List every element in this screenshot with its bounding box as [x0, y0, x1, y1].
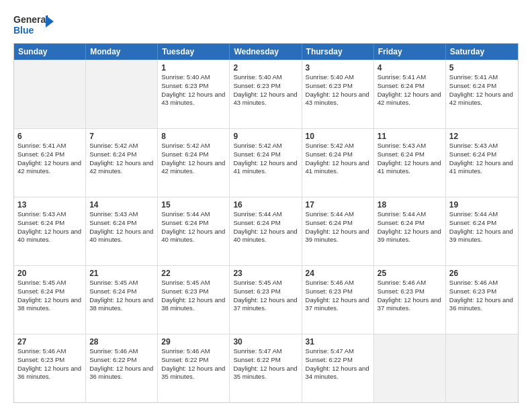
cal-cell-21: 21Sunrise: 5:45 AMSunset: 6:24 PMDayligh… [86, 266, 158, 334]
cal-cell-13: 13Sunrise: 5:43 AMSunset: 6:24 PMDayligh… [14, 197, 86, 265]
header-day-friday: Friday [374, 44, 446, 60]
logo: General Blue [13, 12, 54, 40]
day-number: 20 [17, 269, 82, 278]
week-row-5: 27Sunrise: 5:46 AMSunset: 6:23 PMDayligh… [14, 334, 518, 402]
cell-details: Sunrise: 5:42 AMSunset: 6:24 PMDaylight:… [306, 142, 370, 176]
cal-cell-10: 10Sunrise: 5:42 AMSunset: 6:24 PMDayligh… [302, 129, 374, 197]
cal-cell-29: 29Sunrise: 5:46 AMSunset: 6:22 PMDayligh… [158, 334, 230, 402]
cell-details: Sunrise: 5:44 AMSunset: 6:24 PMDaylight:… [233, 210, 298, 244]
day-number: 24 [306, 269, 370, 278]
cal-cell-16: 16Sunrise: 5:44 AMSunset: 6:24 PMDayligh… [230, 197, 302, 265]
day-number: 31 [306, 337, 370, 347]
cal-cell-empty [446, 334, 518, 402]
header-day-wednesday: Wednesday [230, 44, 302, 60]
day-number: 11 [378, 132, 442, 141]
cell-details: Sunrise: 5:42 AMSunset: 6:24 PMDaylight:… [89, 142, 154, 176]
cal-cell-28: 28Sunrise: 5:46 AMSunset: 6:22 PMDayligh… [86, 334, 158, 402]
cal-cell-empty [14, 60, 86, 128]
cell-details: Sunrise: 5:45 AMSunset: 6:24 PMDaylight:… [89, 279, 154, 313]
day-number: 5 [449, 63, 515, 73]
cal-cell-4: 4Sunrise: 5:41 AMSunset: 6:24 PMDaylight… [374, 60, 446, 128]
week-row-1: 1Sunrise: 5:40 AMSunset: 6:23 PMDaylight… [14, 60, 518, 128]
cal-cell-9: 9Sunrise: 5:42 AMSunset: 6:24 PMDaylight… [230, 129, 302, 197]
cell-details: Sunrise: 5:43 AMSunset: 6:24 PMDaylight:… [89, 210, 154, 244]
cal-cell-20: 20Sunrise: 5:45 AMSunset: 6:24 PMDayligh… [14, 266, 86, 334]
cell-details: Sunrise: 5:46 AMSunset: 6:22 PMDaylight:… [89, 347, 154, 381]
svg-text:Blue: Blue [13, 25, 34, 36]
cell-details: Sunrise: 5:41 AMSunset: 6:24 PMDaylight:… [17, 142, 82, 176]
cal-cell-27: 27Sunrise: 5:46 AMSunset: 6:23 PMDayligh… [14, 334, 86, 402]
cal-cell-24: 24Sunrise: 5:46 AMSunset: 6:23 PMDayligh… [302, 266, 374, 334]
calendar: SundayMondayTuesdayWednesdayThursdayFrid… [13, 43, 519, 403]
svg-marker-2 [46, 15, 54, 28]
week-row-3: 13Sunrise: 5:43 AMSunset: 6:24 PMDayligh… [14, 197, 518, 265]
cell-details: Sunrise: 5:42 AMSunset: 6:24 PMDaylight:… [161, 142, 226, 176]
calendar-body: 1Sunrise: 5:40 AMSunset: 6:23 PMDaylight… [14, 60, 518, 402]
cell-details: Sunrise: 5:40 AMSunset: 6:23 PMDaylight:… [233, 73, 298, 107]
cal-cell-7: 7Sunrise: 5:42 AMSunset: 6:24 PMDaylight… [86, 129, 158, 197]
cal-cell-19: 19Sunrise: 5:44 AMSunset: 6:24 PMDayligh… [446, 197, 518, 265]
header-day-tuesday: Tuesday [158, 44, 230, 60]
cal-cell-18: 18Sunrise: 5:44 AMSunset: 6:24 PMDayligh… [374, 197, 446, 265]
day-number: 4 [378, 63, 442, 73]
day-number: 30 [233, 337, 298, 347]
day-number: 3 [306, 63, 370, 73]
cal-cell-31: 31Sunrise: 5:47 AMSunset: 6:22 PMDayligh… [302, 334, 374, 402]
cal-cell-6: 6Sunrise: 5:41 AMSunset: 6:24 PMDaylight… [14, 129, 86, 197]
day-number: 8 [161, 132, 226, 141]
cell-details: Sunrise: 5:46 AMSunset: 6:23 PMDaylight:… [449, 279, 515, 313]
day-number: 28 [89, 337, 154, 347]
day-number: 2 [233, 63, 298, 73]
day-number: 17 [306, 200, 370, 210]
cal-cell-8: 8Sunrise: 5:42 AMSunset: 6:24 PMDaylight… [158, 129, 230, 197]
cell-details: Sunrise: 5:44 AMSunset: 6:24 PMDaylight:… [449, 210, 515, 244]
cell-details: Sunrise: 5:41 AMSunset: 6:24 PMDaylight:… [378, 73, 442, 107]
cell-details: Sunrise: 5:46 AMSunset: 6:23 PMDaylight:… [17, 347, 82, 381]
logo-svg: General Blue [13, 12, 54, 40]
header-day-sunday: Sunday [14, 44, 86, 60]
day-number: 9 [233, 132, 298, 141]
cell-details: Sunrise: 5:45 AMSunset: 6:24 PMDaylight:… [17, 279, 82, 313]
cell-details: Sunrise: 5:44 AMSunset: 6:24 PMDaylight:… [378, 210, 442, 244]
cal-cell-17: 17Sunrise: 5:44 AMSunset: 6:24 PMDayligh… [302, 197, 374, 265]
svg-text:General: General [13, 14, 48, 25]
header-day-thursday: Thursday [302, 44, 374, 60]
day-number: 21 [89, 269, 154, 278]
cal-cell-1: 1Sunrise: 5:40 AMSunset: 6:23 PMDaylight… [158, 60, 230, 128]
cal-cell-22: 22Sunrise: 5:45 AMSunset: 6:23 PMDayligh… [158, 266, 230, 334]
day-number: 14 [89, 200, 154, 210]
cell-details: Sunrise: 5:41 AMSunset: 6:24 PMDaylight:… [449, 73, 515, 107]
day-number: 13 [17, 200, 82, 210]
day-number: 23 [233, 269, 298, 278]
day-number: 6 [17, 132, 82, 141]
cal-cell-26: 26Sunrise: 5:46 AMSunset: 6:23 PMDayligh… [446, 266, 518, 334]
day-number: 18 [378, 200, 442, 210]
day-number: 12 [449, 132, 515, 141]
cal-cell-empty [86, 60, 158, 128]
cell-details: Sunrise: 5:43 AMSunset: 6:24 PMDaylight:… [17, 210, 82, 244]
day-number: 29 [161, 337, 226, 347]
cell-details: Sunrise: 5:40 AMSunset: 6:23 PMDaylight:… [161, 73, 226, 107]
cell-details: Sunrise: 5:47 AMSunset: 6:22 PMDaylight:… [233, 347, 298, 381]
cal-cell-2: 2Sunrise: 5:40 AMSunset: 6:23 PMDaylight… [230, 60, 302, 128]
day-number: 1 [161, 63, 226, 73]
cal-cell-11: 11Sunrise: 5:43 AMSunset: 6:24 PMDayligh… [374, 129, 446, 197]
cal-cell-23: 23Sunrise: 5:45 AMSunset: 6:23 PMDayligh… [230, 266, 302, 334]
cell-details: Sunrise: 5:46 AMSunset: 6:22 PMDaylight:… [161, 347, 226, 381]
day-number: 19 [449, 200, 515, 210]
day-number: 16 [233, 200, 298, 210]
week-row-4: 20Sunrise: 5:45 AMSunset: 6:24 PMDayligh… [14, 265, 518, 334]
day-number: 7 [89, 132, 154, 141]
cell-details: Sunrise: 5:44 AMSunset: 6:24 PMDaylight:… [306, 210, 370, 244]
cal-cell-25: 25Sunrise: 5:46 AMSunset: 6:23 PMDayligh… [374, 266, 446, 334]
cal-cell-15: 15Sunrise: 5:44 AMSunset: 6:24 PMDayligh… [158, 197, 230, 265]
cell-details: Sunrise: 5:43 AMSunset: 6:24 PMDaylight:… [449, 142, 515, 176]
cal-cell-30: 30Sunrise: 5:47 AMSunset: 6:22 PMDayligh… [230, 334, 302, 402]
day-number: 22 [161, 269, 226, 278]
week-row-2: 6Sunrise: 5:41 AMSunset: 6:24 PMDaylight… [14, 128, 518, 197]
cell-details: Sunrise: 5:45 AMSunset: 6:23 PMDaylight:… [161, 279, 226, 313]
cell-details: Sunrise: 5:46 AMSunset: 6:23 PMDaylight:… [306, 279, 370, 313]
day-number: 10 [306, 132, 370, 141]
cell-details: Sunrise: 5:40 AMSunset: 6:23 PMDaylight:… [306, 73, 370, 107]
day-number: 25 [378, 269, 442, 278]
